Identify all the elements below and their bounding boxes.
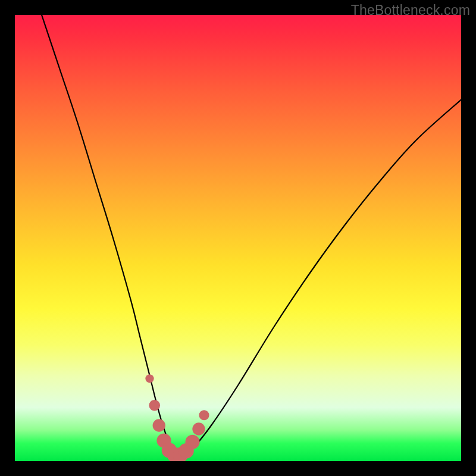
highlight-dot	[145, 374, 154, 383]
watermark-text: TheBottleneck.com	[351, 2, 470, 18]
highlight-dot	[185, 435, 199, 449]
highlight-dot	[149, 400, 160, 411]
bottleneck-curve	[42, 15, 461, 455]
chart-plot-area	[15, 15, 461, 461]
chart-svg	[15, 15, 461, 461]
highlight-dot	[199, 410, 209, 420]
highlight-dot	[153, 419, 165, 431]
highlight-markers	[145, 374, 209, 461]
highlight-dot	[192, 422, 205, 435]
